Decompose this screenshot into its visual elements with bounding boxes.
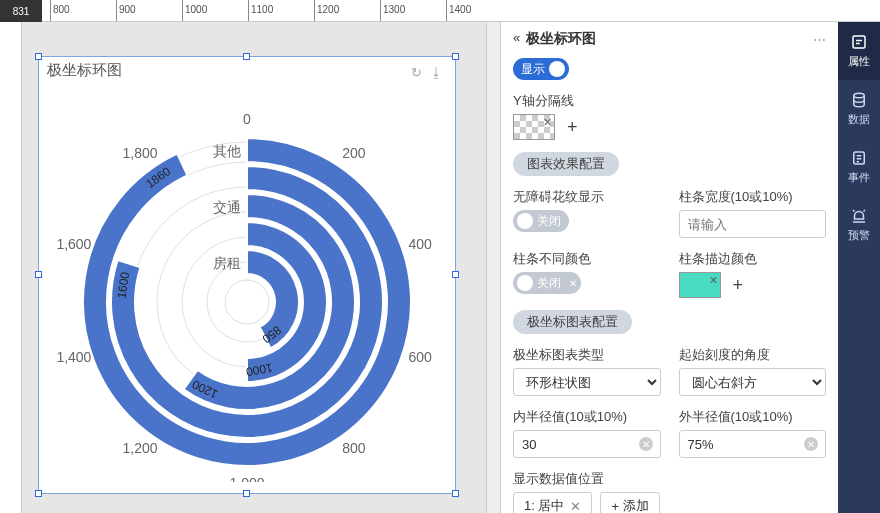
svg-text:其他: 其他 — [213, 143, 241, 159]
selected-widget[interactable]: 极坐标环图 ↻ ⭳ 02004006008001,0001,2001,4001,… — [38, 56, 456, 494]
svg-text:0: 0 — [243, 111, 251, 127]
tab-data[interactable]: 数据 — [838, 80, 880, 138]
chart-title: 极坐标环图 — [47, 61, 447, 80]
diff-color-toggle[interactable]: 关闭 ✕ — [513, 272, 581, 294]
svg-text:800: 800 — [342, 440, 366, 456]
svg-text:1,200: 1,200 — [122, 440, 157, 456]
design-canvas[interactable]: 极坐标环图 ↻ ⭳ 02004006008001,0001,2001,4001,… — [22, 22, 486, 513]
add-tag-label: 添加 — [623, 497, 649, 513]
clear-swatch-icon[interactable]: ✕ — [543, 116, 552, 129]
stroke-color-label: 柱条描边颜色 — [679, 250, 827, 268]
svg-text:1,600: 1,600 — [56, 236, 91, 252]
download-icon[interactable]: ⭳ — [430, 65, 443, 80]
svg-rect-25 — [853, 36, 865, 48]
ruler-vertical — [0, 22, 22, 513]
chart-type-label: 极坐标图表类型 — [513, 346, 661, 364]
svg-text:1,800: 1,800 — [122, 145, 157, 161]
database-icon — [850, 91, 868, 109]
svg-text:600: 600 — [408, 349, 432, 365]
start-angle-label: 起始刻度的角度 — [679, 346, 827, 364]
polar-bar-chart: 02004006008001,0001,2001,4001,6001,80085… — [52, 92, 442, 482]
toggle-knob — [517, 213, 533, 229]
svg-text:1,400: 1,400 — [56, 349, 91, 365]
outer-radius-label: 外半径值(10或10%) — [679, 408, 827, 426]
list-icon — [850, 149, 868, 167]
add-color-icon[interactable]: + — [733, 275, 744, 296]
y-divider-swatch[interactable]: ✕ — [513, 114, 555, 140]
toggle-label: 关闭 — [537, 213, 561, 230]
y-divider-label: Y轴分隔线 — [513, 92, 826, 110]
pattern-label: 无障碍花纹显示 — [513, 188, 661, 206]
attributes-icon — [850, 33, 868, 51]
clear-icon[interactable]: ✕ — [569, 278, 577, 289]
toggle-knob — [517, 275, 533, 291]
svg-text:交通: 交通 — [213, 199, 241, 215]
bar-width-input[interactable] — [679, 210, 827, 238]
tab-label: 预警 — [848, 228, 870, 243]
panel-menu-icon[interactable]: ⋯ — [813, 32, 826, 47]
remove-tag-icon[interactable]: ✕ — [570, 499, 581, 514]
ruler-horizontal: 80090010001100120013001400 — [42, 0, 880, 21]
svg-text:200: 200 — [342, 145, 366, 161]
data-pos-tag[interactable]: 1: 居中✕ — [513, 492, 592, 513]
bar-width-label: 柱条宽度(10或10%) — [679, 188, 827, 206]
toggle-label: 关闭 — [537, 275, 561, 292]
alarm-icon — [850, 207, 868, 225]
stroke-color-swatch[interactable]: ✕ — [679, 272, 721, 298]
svg-text:房租: 房租 — [213, 255, 241, 271]
tab-alarm[interactable]: 预警 — [838, 196, 880, 254]
tab-label: 数据 — [848, 112, 870, 127]
panel-title: 极坐标环图 — [526, 30, 596, 48]
chart-type-select[interactable]: 环形柱状图 — [513, 368, 661, 396]
svg-point-26 — [854, 93, 865, 98]
clear-swatch-icon[interactable]: ✕ — [709, 274, 718, 287]
tag-text: 1: 居中 — [524, 497, 564, 513]
add-divider-icon[interactable]: + — [567, 117, 578, 138]
panel-collapse-icon[interactable]: » — [513, 32, 520, 47]
toggle-knob — [549, 61, 565, 77]
canvas-scrollbar[interactable] — [486, 22, 500, 513]
pattern-toggle[interactable]: 关闭 — [513, 210, 569, 232]
display-toggle[interactable]: 显示 — [513, 58, 569, 80]
ruler-corner: 831 — [0, 0, 42, 22]
data-pos-label: 显示数据值位置 — [513, 470, 826, 488]
svg-text:1,000: 1,000 — [229, 475, 264, 482]
tab-attributes[interactable]: 属性 — [838, 22, 880, 80]
svg-point-21 — [225, 280, 269, 324]
diff-color-label: 柱条不同颜色 — [513, 250, 661, 268]
section-polar: 极坐标图表配置 — [513, 310, 632, 334]
add-tag-button[interactable]: +添加 — [600, 492, 660, 513]
section-effects: 图表效果配置 — [513, 152, 619, 176]
start-angle-select[interactable]: 圆心右斜方 — [679, 368, 827, 396]
inner-radius-label: 内半径值(10或10%) — [513, 408, 661, 426]
clear-input-icon[interactable]: ✕ — [639, 437, 653, 451]
clear-input-icon[interactable]: ✕ — [804, 437, 818, 451]
tab-events[interactable]: 事件 — [838, 138, 880, 196]
refresh-icon[interactable]: ↻ — [411, 65, 422, 80]
svg-text:400: 400 — [408, 236, 432, 252]
toggle-label: 显示 — [521, 61, 545, 78]
tab-label: 属性 — [848, 54, 870, 69]
tab-label: 事件 — [848, 170, 870, 185]
